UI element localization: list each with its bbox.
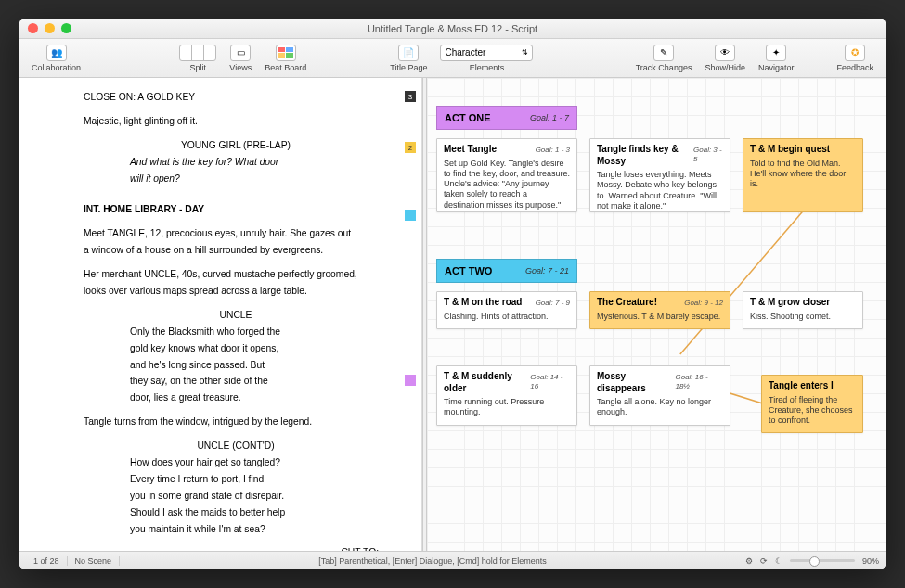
collaboration-icon: 👥 bbox=[46, 45, 67, 61]
beatboard-button[interactable]: Beat Board bbox=[259, 43, 312, 74]
beat-card[interactable]: T & M on the roadGoal: 7 - 9 Clashing. H… bbox=[436, 291, 577, 329]
script-character: UNCLE (CONT'D) bbox=[84, 440, 388, 453]
eye-icon: 👁 bbox=[715, 45, 735, 61]
beat-card[interactable]: Meet TangleGoal: 1 - 3 Set up Gold Key. … bbox=[436, 138, 577, 212]
scene-heading: INT. HOME LIBRARY - DAY bbox=[84, 203, 388, 216]
settings-gear-icon[interactable]: ⚙ bbox=[745, 556, 753, 566]
script-panel: CLOSE ON: A GOLD KEY Majestic, light gli… bbox=[19, 78, 422, 551]
script-line: Her merchant UNCLE, 40s, curved mustache… bbox=[84, 268, 388, 281]
transition: CUT TO: bbox=[84, 546, 388, 551]
beatboard-icon bbox=[276, 45, 296, 61]
script-line: a window of a house on a hill surrounded… bbox=[84, 244, 388, 257]
act-header[interactable]: ACT ONE Goal: 1 - 7 bbox=[436, 106, 577, 130]
beatboard-panel[interactable]: ACT ONE Goal: 1 - 7 Meet TangleGoal: 1 -… bbox=[427, 78, 886, 551]
script-line: CLOSE ON: A GOLD KEY bbox=[84, 91, 388, 104]
script-dialogue: And what is the key for? What door bbox=[84, 156, 388, 169]
window-title: Untitled Tangle & Moss FD 12 - Script bbox=[19, 23, 886, 34]
script-dialogue: Every time I return to port, I find bbox=[84, 473, 388, 486]
element-select[interactable]: Character ⇅ bbox=[440, 45, 533, 61]
script-dialogue: you in some grand state of disrepair. bbox=[84, 490, 388, 503]
flag-marker-icon[interactable] bbox=[405, 375, 416, 386]
titlepage-button[interactable]: 📄 Title Page bbox=[384, 43, 433, 74]
elements-button[interactable]: Character ⇅ Elements bbox=[434, 43, 538, 74]
views-icon: ▭ bbox=[230, 45, 251, 61]
split-button[interactable]: Split bbox=[174, 43, 222, 74]
script-line: Majestic, light glinting off it. bbox=[84, 115, 388, 128]
zoom-slider[interactable] bbox=[790, 559, 855, 562]
views-button[interactable]: ▭ Views bbox=[224, 43, 257, 74]
zoom-value[interactable]: 90% bbox=[862, 556, 879, 566]
marker-badge[interactable]: 2 bbox=[405, 142, 416, 153]
statusbar: 1 of 28 No Scene [Tab] Parenthetical, [E… bbox=[19, 551, 886, 569]
chevron-updown-icon: ⇅ bbox=[522, 48, 528, 57]
script-dialogue: How does your hair get so tangled? bbox=[84, 456, 388, 469]
script-character: UNCLE bbox=[84, 309, 388, 322]
toolbar: 👥 Collaboration Split ▭ Views Beat Board… bbox=[19, 39, 886, 78]
script-line: looks over various maps spread across a … bbox=[84, 285, 388, 298]
split-icon bbox=[179, 45, 216, 61]
beat-card[interactable]: Tangle enters l Tired of fleeing the Cre… bbox=[761, 375, 863, 433]
script-editor[interactable]: CLOSE ON: A GOLD KEY Majestic, light gli… bbox=[19, 78, 421, 551]
marker-badge[interactable]: 3 bbox=[405, 91, 416, 102]
keyboard-hint: [Tab] Parenthetical, [Enter] Dialogue, [… bbox=[120, 556, 745, 566]
script-dialogue: and he's long since passed. But bbox=[84, 359, 388, 372]
script-dialogue: they say, on the other side of the bbox=[84, 375, 388, 388]
act-header[interactable]: ACT TWO Goal: 7 - 21 bbox=[436, 259, 577, 283]
beat-card[interactable]: T & M suddenly olderGoal: 14 - 16 Time r… bbox=[436, 365, 577, 426]
compass-icon: ✦ bbox=[766, 45, 786, 61]
beat-card[interactable]: Tangle finds key & MossyGoal: 3 - 5 Tang… bbox=[589, 138, 730, 212]
titlebar: Untitled Tangle & Moss FD 12 - Script bbox=[19, 19, 886, 39]
collaboration-button[interactable]: 👥 Collaboration bbox=[26, 43, 86, 74]
feedback-button[interactable]: ✪ Feedback bbox=[831, 43, 879, 74]
script-dialogue: Should I ask the maids to better help bbox=[84, 506, 388, 519]
titlepage-icon: 📄 bbox=[398, 45, 419, 61]
feedback-icon: ✪ bbox=[845, 45, 865, 61]
page-indicator[interactable]: 1 of 28 bbox=[26, 556, 68, 566]
trackchanges-icon: ✎ bbox=[653, 45, 674, 61]
script-dialogue: door, lies a great treasure. bbox=[84, 391, 388, 404]
showhide-button[interactable]: 👁 Show/Hide bbox=[699, 43, 751, 74]
beat-card[interactable]: Mossy disappearsGoal: 16 - 18½ Tangle al… bbox=[589, 365, 730, 426]
script-dialogue: you maintain it while I'm at sea? bbox=[84, 523, 388, 536]
script-line: Meet TANGLE, 12, precocious eyes, unruly… bbox=[84, 227, 388, 240]
refresh-icon[interactable]: ⟳ bbox=[760, 556, 768, 566]
app-window: Untitled Tangle & Moss FD 12 - Script 👥 … bbox=[19, 19, 886, 569]
beat-card[interactable]: T & M grow closer Kiss. Shooting comet. bbox=[743, 291, 863, 329]
moon-icon[interactable]: ☾ bbox=[775, 556, 782, 566]
flag-marker-icon[interactable] bbox=[405, 210, 416, 221]
navigator-button[interactable]: ✦ Navigator bbox=[753, 43, 800, 74]
scene-indicator[interactable]: No Scene bbox=[68, 556, 121, 566]
beat-card[interactable]: The Creature!Goal: 9 - 12 Mysterious. T … bbox=[589, 291, 730, 329]
script-dialogue: will it open? bbox=[84, 173, 388, 185]
script-dialogue: Only the Blacksmith who forged the bbox=[84, 326, 388, 339]
beat-card[interactable]: T & M begin quest Told to find the Old M… bbox=[743, 138, 863, 212]
script-character: YOUNG GIRL (PRE-LAP) bbox=[84, 139, 388, 152]
script-dialogue: gold key knows what door it opens, bbox=[84, 342, 388, 355]
script-line: Tangle turns from the window, intrigued … bbox=[84, 415, 388, 428]
trackchanges-button[interactable]: ✎ Track Changes bbox=[630, 43, 698, 74]
